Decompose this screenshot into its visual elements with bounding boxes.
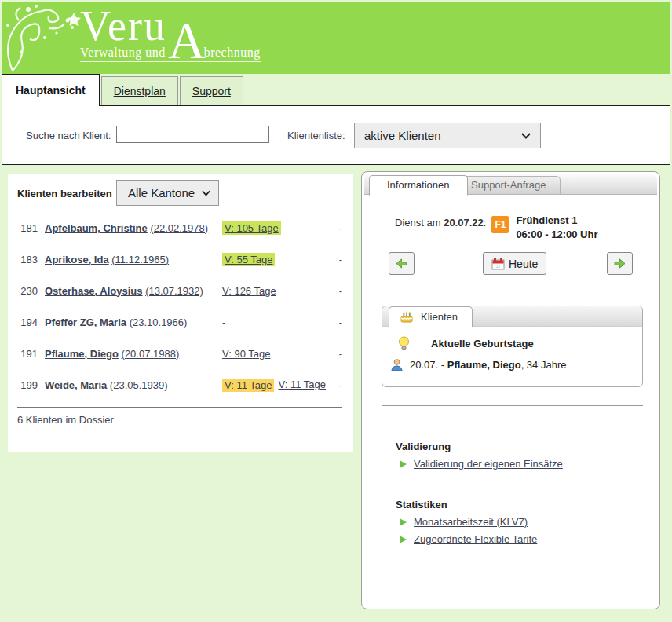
duty-colon: :	[484, 217, 487, 229]
client-birthdate-link[interactable]: (20.07.1988)	[122, 348, 180, 360]
birthday-age: , 34 Jahre	[521, 359, 567, 371]
vacation-days-link[interactable]: V: 126 Tage	[222, 285, 276, 297]
birthday-name: Pflaume, Diego	[447, 359, 521, 371]
divider	[17, 434, 342, 434]
client-id: 194	[17, 316, 38, 328]
dash-value: -	[222, 316, 225, 328]
validation-heading: Validierung	[396, 441, 451, 452]
client-id: 199	[17, 379, 38, 391]
arrow-left-icon	[396, 258, 407, 269]
client-name-link[interactable]: Osterhase, Aloysius	[45, 285, 143, 297]
client-id: 230	[17, 285, 38, 297]
flexible-tariffs-link[interactable]: Zugeordnete Flexible Tarife	[414, 533, 537, 545]
client-id: 183	[17, 254, 38, 265]
svg-text:12: 12	[495, 264, 500, 269]
birthday-heading: Aktuelle Geburtstage	[431, 338, 534, 349]
divider	[17, 407, 342, 408]
client-name-link[interactable]: Apfelbaum, Christine	[45, 222, 148, 234]
arrow-right-icon	[614, 258, 626, 269]
chevron-down-icon	[521, 133, 531, 139]
shift-badge: F1	[491, 216, 509, 233]
tab-hauptansicht[interactable]: Hauptansicht	[2, 74, 100, 106]
vacation-days-link[interactable]: V: 105 Tage	[222, 221, 281, 235]
dash-value: -	[339, 348, 342, 360]
dash-value: -	[339, 379, 342, 391]
tab-klienten[interactable]: Klienten	[389, 306, 473, 327]
next-day-button[interactable]	[607, 252, 633, 275]
duty-prefix: Dienst am	[395, 217, 441, 229]
client-birthdate-link[interactable]: (23.10.1966)	[130, 316, 188, 328]
divider	[382, 287, 643, 287]
statistics-heading: Statistiken	[396, 499, 447, 510]
clientlist-select[interactable]: aktive Klienten	[354, 123, 541, 148]
tab-informationen[interactable]: Informationen	[369, 175, 468, 196]
canton-selected-value: Alle Kantone	[128, 186, 195, 199]
statistics-link-row: Monatsarbeitszeit (KLV7)	[400, 516, 528, 528]
vacation-days-link[interactable]: V: 55 Tage	[222, 253, 275, 266]
table-row: 230 Osterhase, Aloysius (13.07.1932) V: …	[17, 275, 342, 306]
table-row: 191 Pflaume, Diego (20.07.1988) V: 90 Ta…	[17, 338, 342, 369]
dash-value: -	[339, 285, 342, 297]
floral-decoration	[2, 2, 88, 74]
client-list: 181 Apfelbaum, Christine (22.02.1978) V:…	[17, 212, 342, 401]
green-triangle-icon	[400, 460, 407, 468]
client-name-link[interactable]: Pflaume, Diego	[45, 348, 119, 360]
client-id: 181	[17, 222, 38, 234]
birthday-cake-icon	[400, 311, 414, 323]
chevron-down-icon	[202, 190, 210, 196]
main-tab-bar: Hauptansicht Dienstplan Support	[2, 74, 670, 106]
info-panel: Informationen Support-Anfrage Dienst am …	[361, 171, 660, 609]
klienten-box: Klienten Aktuelle Geburtstage 20.07. - P…	[382, 306, 643, 387]
person-icon	[390, 358, 404, 371]
client-birthdate-link[interactable]: (13.07.1932)	[145, 285, 203, 297]
client-name-link[interactable]: Weide, Maria	[45, 379, 107, 391]
clients-count-text: 6 Klienten im Dossier	[17, 414, 114, 426]
client-id: 191	[17, 348, 38, 360]
monthly-worktime-link[interactable]: Monatsarbeitszeit (KLV7)	[414, 516, 528, 528]
tab-support-anfrage[interactable]: Support-Anfrage	[456, 176, 561, 195]
logo-subtitle-right: brechnung	[204, 46, 261, 60]
clientlist-selected-value: aktive Klienten	[364, 129, 441, 142]
previous-day-button[interactable]	[389, 252, 415, 275]
search-panel: Suche nach Klient: Klientenliste: aktive…	[2, 106, 670, 165]
tab-dienstplan[interactable]: Dienstplan	[101, 76, 178, 105]
vacation-days-link[interactable]: V: 11 Tage	[278, 379, 325, 392]
duty-info-row: Dienst am 20.07.22: F1 Frühdienst 1 06:0…	[395, 214, 597, 242]
client-birthdate-link[interactable]: (23.05.1939)	[110, 379, 168, 391]
shift-time: 06:00 - 12:00 Uhr	[516, 229, 597, 240]
logo-subtitle-left: Verwaltung und	[80, 46, 166, 60]
client-birthdate-link[interactable]: (22.02.1978)	[150, 222, 208, 234]
client-name-link[interactable]: Aprikose, Ida	[45, 254, 109, 265]
logo-text-main: Veru	[80, 6, 166, 46]
validation-link-row: Validierung der eigenen Einsätze	[400, 458, 563, 470]
birthday-heading-row: Aktuelle Geburtstage	[390, 336, 636, 351]
table-row: 194 Pfeffer ZG, Maria (23.10.1966) - -	[17, 306, 342, 338]
birthday-entry-row: 20.07. - Pflaume, Diego, 34 Jahre	[390, 358, 636, 371]
logo-text-big-a: A	[168, 22, 206, 60]
canton-select[interactable]: Alle Kantone	[116, 180, 219, 206]
tab-support[interactable]: Support	[180, 76, 243, 105]
vacation-days-link[interactable]: V: 11 Tage	[222, 379, 274, 392]
table-row: 183 Aprikose, Ida (11.12.1965) V: 55 Tag…	[17, 243, 342, 275]
clientlist-label: Klientenliste:	[287, 130, 345, 141]
app-logo: Veru Verwaltung und A brechnung	[80, 6, 261, 62]
lightbulb-icon	[398, 336, 410, 351]
validation-link[interactable]: Validierung der eigenen Einsätze	[414, 458, 563, 470]
vacation-days-link[interactable]: V: 90 Tage	[222, 348, 270, 360]
clients-panel: Klienten bearbeiten Alle Kantone 181 Apf…	[8, 174, 353, 452]
today-button[interactable]: 12 Heute	[483, 252, 546, 275]
search-input[interactable]	[116, 126, 269, 143]
calendar-icon: 12	[491, 258, 505, 270]
today-button-label: Heute	[509, 258, 538, 270]
client-name-link[interactable]: Pfeffer ZG, Maria	[45, 316, 126, 328]
header-banner: Veru Verwaltung und A brechnung	[2, 2, 670, 74]
statistics-link-row: Zugeordnete Flexible Tarife	[400, 533, 537, 545]
dash-value: -	[339, 316, 342, 328]
client-birthdate-link[interactable]: (11.12.1965)	[111, 254, 169, 265]
info-tab-bar: Informationen Support-Anfrage	[364, 174, 657, 195]
duty-date: 20.07.22	[444, 217, 484, 229]
shift-name: Frühdienst 1	[516, 214, 577, 226]
klienten-tab-label: Klienten	[421, 311, 458, 323]
divider	[382, 405, 643, 406]
birthday-date: 20.07. -	[410, 359, 444, 371]
